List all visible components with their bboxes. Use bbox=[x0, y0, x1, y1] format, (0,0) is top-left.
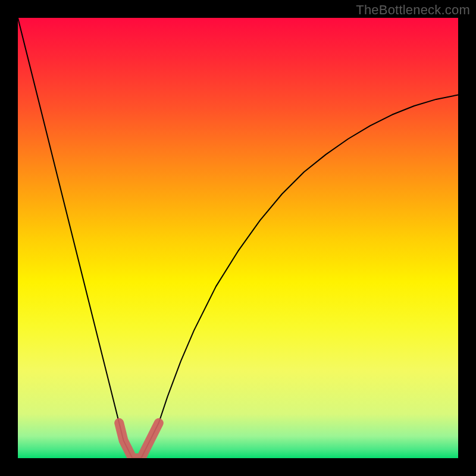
chart-plot-area bbox=[18, 18, 458, 458]
watermark-text: TheBottleneck.com bbox=[356, 2, 470, 18]
gradient-background bbox=[18, 18, 458, 458]
outer-frame: TheBottleneck.com bbox=[0, 0, 476, 476]
chart-svg bbox=[18, 18, 458, 458]
